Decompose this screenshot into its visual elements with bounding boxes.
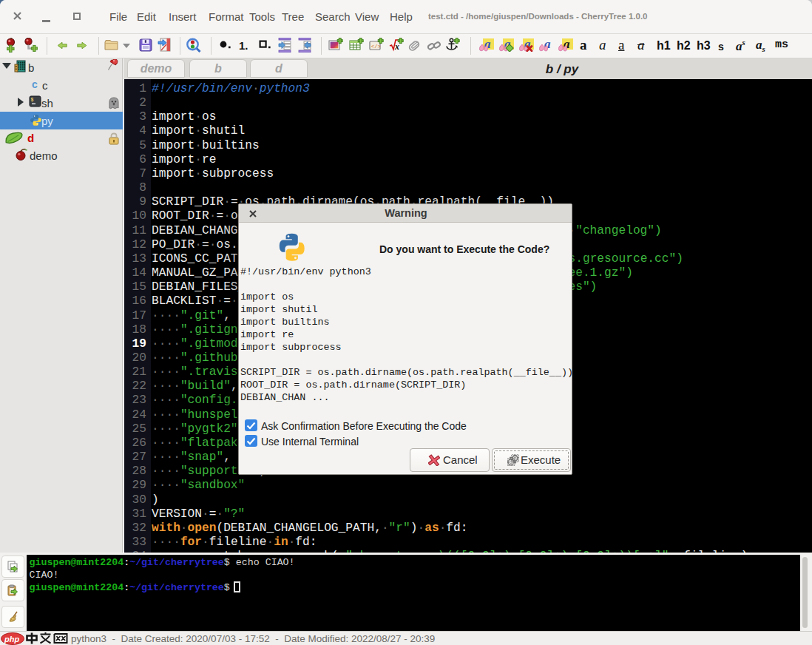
svg-text:$: $	[31, 98, 34, 103]
svg-text:php: php	[4, 635, 19, 644]
svg-text:</>: </>	[371, 44, 381, 50]
svg-text:x: x	[394, 41, 399, 52]
svg-text:c: c	[32, 78, 38, 90]
